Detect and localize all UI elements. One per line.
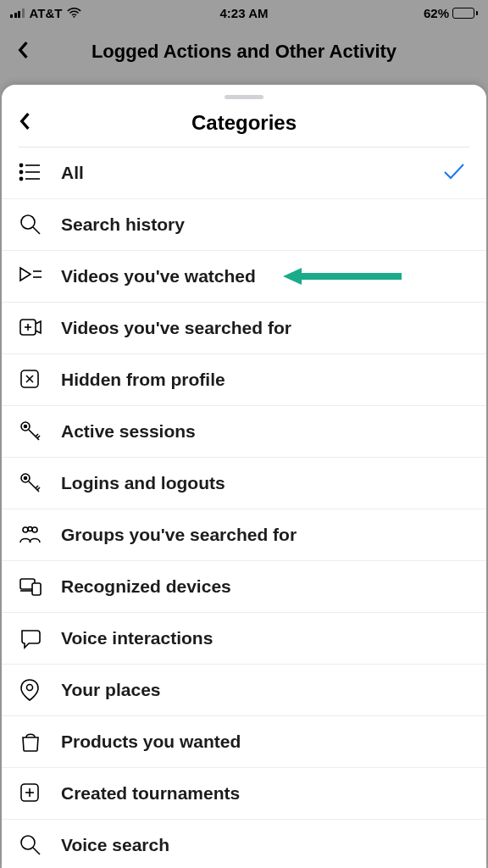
- status-time: 4:23 AM: [220, 6, 269, 20]
- search-icon: [19, 832, 49, 858]
- category-list: AllSearch historyVideos you've watchedVi…: [2, 147, 486, 868]
- key-icon: [19, 470, 49, 496]
- category-label: Created tournaments: [61, 783, 240, 804]
- category-row-groups-searched[interactable]: Groups you've searched for: [2, 509, 486, 561]
- battery-icon: [452, 8, 478, 19]
- parent-title: Logged Actions and Other Activity: [41, 41, 447, 63]
- category-row-videos-watched[interactable]: Videos you've watched: [2, 251, 486, 303]
- category-label: Your places: [61, 680, 161, 700]
- sheet-back-button[interactable]: [17, 112, 42, 134]
- sheet-header: Categories: [2, 106, 486, 147]
- category-row-all[interactable]: All: [2, 147, 486, 199]
- status-left: AT&T: [10, 6, 81, 20]
- categories-sheet: Categories AllSearch historyVideos you'v…: [2, 85, 486, 868]
- category-row-voice-search[interactable]: Voice search: [2, 820, 486, 868]
- svg-marker-1: [283, 268, 402, 285]
- category-label: Voice search: [61, 835, 169, 855]
- category-row-products-wanted[interactable]: Products you wanted: [2, 716, 486, 768]
- chat-bubble-icon: [19, 626, 49, 651]
- category-label: Search history: [61, 214, 185, 235]
- status-right: 62%: [424, 6, 478, 20]
- add-video-icon: [19, 315, 49, 341]
- category-row-videos-searched[interactable]: Videos you've searched for: [2, 303, 486, 354]
- category-label: Logins and logouts: [61, 473, 225, 493]
- sheet-grabber[interactable]: [225, 95, 263, 99]
- category-label: Videos you've searched for: [61, 318, 291, 338]
- category-row-recognized-devices[interactable]: Recognized devices: [2, 561, 486, 613]
- svg-point-0: [74, 15, 75, 17]
- category-row-search-history[interactable]: Search history: [2, 199, 486, 251]
- back-icon[interactable]: [15, 41, 41, 63]
- category-label: Groups you've searched for: [61, 525, 297, 545]
- wifi-icon: [67, 8, 81, 19]
- people-icon: [19, 522, 49, 548]
- sheet-title: Categories: [42, 111, 446, 135]
- annotation-arrow: [283, 266, 402, 287]
- category-row-active-sessions[interactable]: Active sessions: [2, 406, 486, 458]
- category-label: All: [61, 163, 84, 183]
- category-row-hidden-profile[interactable]: Hidden from profile: [2, 354, 486, 406]
- category-row-created-tournaments[interactable]: Created tournaments: [2, 768, 486, 820]
- parent-header: Logged Actions and Other Activity: [0, 25, 488, 78]
- check-icon: [442, 161, 466, 185]
- carrier-label: AT&T: [30, 6, 63, 20]
- search-icon: [19, 212, 49, 237]
- bag-icon: [19, 729, 49, 754]
- category-label: Recognized devices: [61, 576, 231, 597]
- category-row-voice-interactions[interactable]: Voice interactions: [2, 613, 486, 665]
- category-row-logins-logouts[interactable]: Logins and logouts: [2, 458, 486, 509]
- category-label: Videos you've watched: [61, 266, 256, 287]
- play-list-icon: [19, 264, 49, 289]
- signal-icon: [10, 8, 25, 18]
- list-icon: [19, 160, 49, 186]
- category-label: Active sessions: [61, 421, 196, 442]
- add-box-icon: [19, 781, 49, 806]
- x-box-icon: [19, 367, 49, 392]
- category-label: Products you wanted: [61, 732, 241, 752]
- category-label: Voice interactions: [61, 628, 213, 648]
- battery-pct: 62%: [424, 6, 449, 20]
- pin-icon: [19, 677, 49, 703]
- status-bar: AT&T 4:23 AM 62%: [0, 0, 488, 25]
- key-icon: [19, 419, 49, 444]
- category-row-your-places[interactable]: Your places: [2, 665, 486, 716]
- category-label: Hidden from profile: [61, 370, 225, 390]
- devices-icon: [19, 574, 49, 599]
